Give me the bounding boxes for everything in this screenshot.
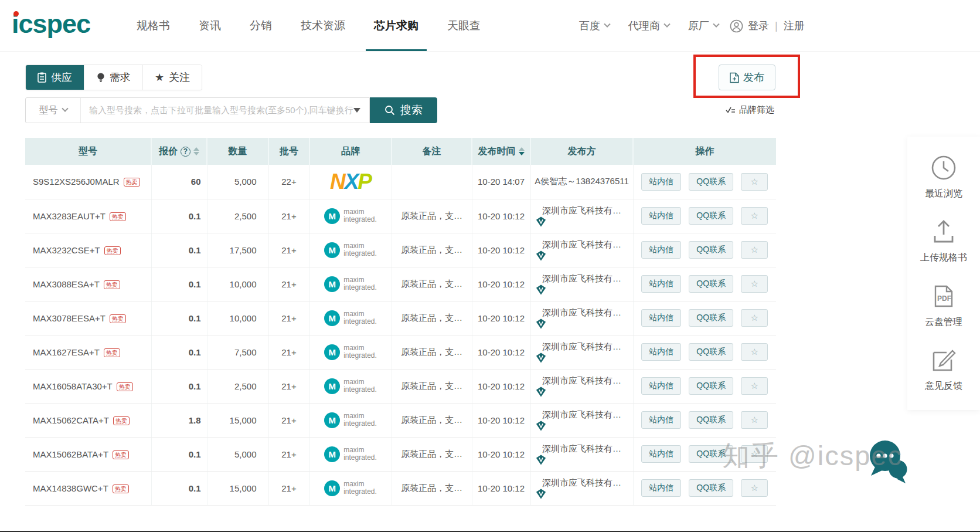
qq-contact-button[interactable]: QQ联系 — [689, 479, 733, 497]
part-number[interactable]: MAX15062BATA+T — [33, 449, 108, 459]
favorite-star-button[interactable]: ☆ — [741, 377, 768, 395]
publish-label: 发布 — [743, 70, 764, 84]
qq-contact-button[interactable]: QQ联系 — [689, 275, 733, 293]
tab-label: 需求 — [110, 70, 131, 84]
maxim-logo: M maximintegrated. — [324, 276, 377, 292]
login-link[interactable]: 登录 — [748, 19, 769, 33]
nav-item-distribution[interactable]: 分销 — [250, 0, 272, 52]
remark: 原装正品，支… — [401, 415, 462, 425]
tab-demand[interactable]: 需求 — [84, 65, 143, 90]
publisher[interactable]: 深圳市应飞科技有… — [542, 239, 621, 249]
table-row: MAX1627ESA+T热卖 0.1 7,500 21+ M maximinte… — [25, 335, 776, 369]
part-number[interactable]: S9S12XS256J0MALR — [33, 177, 120, 187]
qq-contact-button[interactable]: QQ联系 — [689, 411, 733, 429]
batch: 21+ — [281, 449, 296, 459]
publisher[interactable]: 深圳市应飞科技有… — [542, 273, 621, 283]
site-message-button[interactable]: 站内信 — [641, 343, 681, 361]
part-number[interactable]: MAX15062CATA+T — [33, 415, 109, 425]
site-message-button[interactable]: 站内信 — [641, 479, 681, 497]
publisher[interactable]: 深圳市应飞科技有… — [542, 409, 621, 419]
feedback-item[interactable]: 意见反馈 — [925, 347, 962, 392]
nav-item-chip-sourcing[interactable]: 芯片求购 — [374, 0, 418, 52]
batch-input-dropdown-icon[interactable] — [353, 108, 360, 113]
qq-contact-button[interactable]: QQ联系 — [689, 207, 733, 225]
recent-views-item[interactable]: 最近浏览 — [925, 154, 962, 200]
qq-contact-button[interactable]: QQ联系 — [689, 309, 733, 327]
publisher[interactable]: 深圳市应飞科技有… — [542, 477, 621, 487]
table-row: MAX16058ATA30+T热卖 0.1 2,500 21+ M maximi… — [25, 369, 776, 403]
maxim-logo: M maximintegrated. — [324, 242, 377, 258]
publisher[interactable]: 深圳市应飞科技有… — [542, 307, 621, 317]
search-button[interactable]: 搜索 — [370, 97, 437, 123]
part-number[interactable]: MAX14838GWC+T — [33, 483, 108, 493]
hot-badge: 热卖 — [104, 280, 120, 289]
menu-manufacturers[interactable]: 原厂 — [688, 19, 719, 33]
site-message-button[interactable]: 站内信 — [641, 309, 681, 327]
site-message-button[interactable]: 站内信 — [641, 275, 681, 293]
menu-agents[interactable]: 代理商 — [628, 19, 669, 33]
menu-baidu[interactable]: 百度 — [579, 19, 610, 33]
site-message-button[interactable]: 站内信 — [641, 173, 681, 191]
cloud-drive-item[interactable]: PDF 云盘管理 — [925, 283, 962, 328]
register-link[interactable]: 注册 — [784, 19, 805, 33]
site-message-button[interactable]: 站内信 — [641, 411, 681, 429]
remark: 原装正品，支… — [401, 279, 462, 289]
help-icon[interactable]: ? — [181, 147, 190, 157]
icspec-logo[interactable]: icspec — [12, 9, 90, 39]
publish-button[interactable]: 发布 — [719, 65, 775, 90]
nav-item-news[interactable]: 资讯 — [199, 0, 221, 52]
search-input-wrap: 型号 输入型号搜索，点击下拉可批量输入型号搜索(至多50个),回车键换行 — [25, 97, 370, 123]
col-part: 型号 — [25, 138, 151, 165]
chevron-down-icon — [604, 21, 610, 28]
tab-supply[interactable]: 供应 — [26, 65, 84, 90]
favorite-star-button[interactable]: ☆ — [741, 241, 768, 259]
table-row: S9S12XS256J0MALR热卖 60 5,000 22+ NXP 10-2… — [25, 165, 776, 199]
maxim-logo: M maximintegrated. — [324, 446, 377, 462]
qq-contact-button[interactable]: QQ联系 — [689, 377, 733, 395]
favorite-star-button[interactable]: ☆ — [741, 173, 768, 191]
price: 0.1 — [189, 347, 201, 357]
brand-filter-button[interactable]: 品牌筛选 — [726, 104, 774, 116]
favorite-star-button[interactable]: ☆ — [741, 343, 768, 361]
time-sort-control[interactable] — [519, 147, 525, 155]
site-message-button[interactable]: 站内信 — [641, 377, 681, 395]
tab-favorites[interactable]: ★ 关注 — [143, 65, 202, 90]
publisher[interactable]: 深圳市应飞科技有… — [542, 375, 621, 385]
upload-spec-item[interactable]: 上传规格书 — [920, 218, 967, 264]
search-input[interactable]: 输入型号搜索，点击下拉可批量输入型号搜索(至多50个),回车键换行 — [81, 105, 353, 116]
publisher[interactable]: A侯智志～13824376511 — [535, 176, 629, 186]
site-message-button[interactable]: 站内信 — [641, 241, 681, 259]
price-sort-control[interactable] — [193, 147, 199, 155]
publisher[interactable]: 深圳市应飞科技有… — [542, 205, 621, 215]
brand-logo: M maximintegrated. — [324, 483, 377, 493]
search-category-select[interactable]: 型号 — [26, 98, 81, 123]
favorite-star-button[interactable]: ☆ — [741, 479, 768, 497]
verified-badge-icon — [536, 387, 546, 397]
part-number[interactable]: MAX16058ATA30+T — [33, 381, 113, 391]
part-number[interactable]: MAX3232CSE+T — [33, 245, 100, 255]
pdf-icon: PDF — [930, 283, 957, 310]
part-number[interactable]: MAX3088ESA+T — [33, 279, 100, 289]
qq-contact-button[interactable]: QQ联系 — [689, 241, 733, 259]
quantity: 5,000 — [234, 177, 257, 187]
qq-contact-button[interactable]: QQ联系 — [689, 343, 733, 361]
favorite-star-button[interactable]: ☆ — [741, 275, 768, 293]
qq-contact-button[interactable]: QQ联系 — [689, 173, 733, 191]
part-number[interactable]: MAX1627ESA+T — [33, 347, 100, 357]
publisher[interactable]: 深圳市应飞科技有… — [542, 443, 621, 453]
brand-logo: M maximintegrated. — [324, 449, 377, 459]
favorite-star-button[interactable]: ☆ — [741, 309, 768, 327]
nav-item-specsheet[interactable]: 规格书 — [137, 0, 170, 52]
part-number[interactable]: MAX3283EAUT+T — [33, 211, 106, 221]
publisher[interactable]: 深圳市应飞科技有… — [542, 341, 621, 351]
site-message-button[interactable]: 站内信 — [641, 207, 681, 225]
nav-item-tianyancha[interactable]: 天眼查 — [447, 0, 481, 52]
nav-item-tech-resources[interactable]: 技术资源 — [301, 0, 345, 52]
favorite-star-button[interactable]: ☆ — [741, 207, 768, 225]
part-number[interactable]: MAX3078EESA+T — [33, 313, 106, 323]
brand-logo: M maximintegrated. — [324, 279, 377, 289]
site-message-button[interactable]: 站内信 — [641, 445, 681, 463]
favorite-star-button[interactable]: ☆ — [741, 411, 768, 429]
brand-logo: M maximintegrated. — [324, 381, 377, 391]
batch: 21+ — [281, 211, 296, 221]
